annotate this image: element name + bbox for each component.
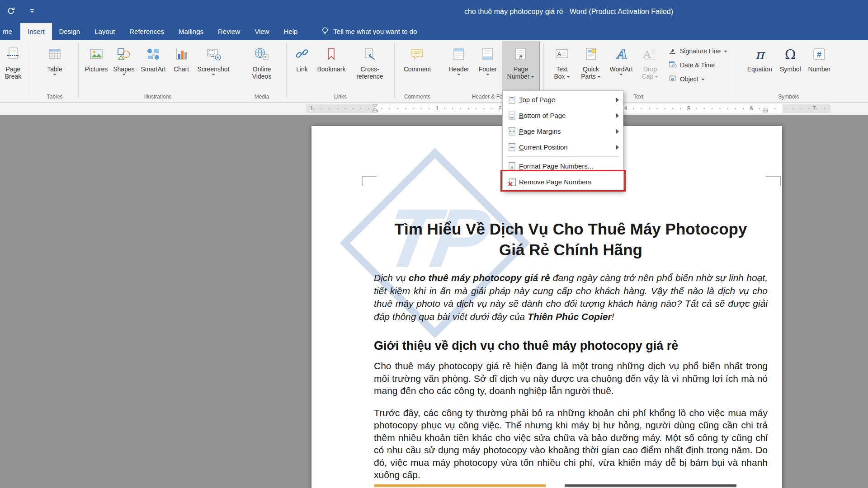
tab-design[interactable]: Design [52,23,88,40]
tab-help[interactable]: Help [276,23,305,40]
chevron-down-icon [457,74,461,75]
symbol-icon: Ω [785,44,796,64]
cross-reference-button[interactable]: Cross- reference [349,42,391,93]
drop-cap-button[interactable]: A Drop Cap [637,42,663,93]
tab-insert[interactable]: Insert [20,23,52,40]
tell-me-label: Tell me what you want to do [333,28,417,35]
menu-item-bottom-of-page[interactable]: Bottom of Page [503,108,623,123]
ribbon-separator [237,43,237,98]
number-label: Number [808,66,830,73]
embedded-image-left-edge[interactable] [374,484,546,488]
menu-item-remove-page-numbers[interactable]: Remove Page Numbers [503,174,623,190]
menu-item-page-margins[interactable]: Page Margins [503,123,623,139]
ribbon-separator [286,43,287,98]
chevron-down-icon [122,74,126,75]
object-label: Object [680,75,698,83]
header-button[interactable]: Header [444,42,474,93]
submenu-arrow-icon [616,129,619,134]
redo-button[interactable] [5,6,17,18]
cross-reference-icon [362,44,377,64]
symbol-label: Symbol [780,66,801,73]
ruler-number: 6 [750,104,753,113]
tab-view[interactable]: View [247,23,276,40]
document-title: Tìm Hiểu Về Dịch Vụ Cho Thuê Máy Photoco… [374,219,768,260]
tab-mailings[interactable]: Mailings [171,23,211,40]
indent-marker[interactable] [372,104,378,115]
page-number-icon: # [513,44,528,64]
wordart-button[interactable]: A WordArt [605,42,637,93]
svg-text:A: A [616,47,627,62]
chevron-down-icon [29,8,35,16]
drop-cap-label: Drop Cap [642,66,659,80]
chevron-down-icon [619,74,623,75]
object-icon [669,75,677,84]
tab-references[interactable]: References [122,23,171,40]
symbol-button[interactable]: Ω Symbol [776,42,805,93]
cross-reference-label: Cross- reference [356,66,383,80]
comment-button[interactable]: Comment [398,42,436,93]
right-indent-marker[interactable] [762,104,769,115]
chart-button[interactable]: Chart [169,42,193,93]
footer-button[interactable]: Footer [474,42,502,93]
tab-layout[interactable]: Layout [87,23,122,40]
pictures-button[interactable]: Pictures [82,42,110,93]
menu-item-format-page-numbers[interactable]: # Format Page Numbers... [503,158,623,174]
bookmark-icon [324,44,339,64]
group-label-tables: Tables [32,93,77,102]
chevron-down-icon [597,76,601,78]
number-button[interactable]: # Number [805,42,834,93]
page-break-button[interactable]: Page Break [0,42,27,93]
page-break-label: Page Break [5,66,22,80]
chevron-down-icon [701,79,705,80]
shapes-button[interactable]: Shapes [110,42,137,93]
tab-review[interactable]: Review [211,23,247,40]
embedded-image-right-edge[interactable] [565,484,736,488]
smartart-button[interactable]: SmartArt [137,42,169,93]
link-icon [294,44,310,64]
group-label-links: Links [288,93,393,102]
text-box-label: Text Box [554,66,570,80]
remove-page-numbers-icon [505,178,519,187]
page-margins-icon [505,127,519,136]
drop-cap-icon: A [642,44,658,64]
chevron-down-icon [655,76,658,78]
text-box-icon: A [554,44,570,64]
table-icon [47,44,62,64]
ruler-number: 1 [436,104,439,113]
wordart-icon: A [612,44,630,64]
bookmark-button[interactable]: Bookmark [314,42,349,93]
chevron-down-icon [531,76,534,78]
date-time-icon [669,61,677,70]
header-label: Header [448,66,469,75]
screenshot-button[interactable]: Screenshot [193,42,233,93]
link-button[interactable]: Link [290,42,314,93]
object-button[interactable]: Object [669,74,727,84]
menu-item-top-of-page[interactable]: Top of Page [503,92,623,108]
current-position-icon [505,143,519,152]
table-button[interactable]: Table [35,42,75,93]
pictures-label: Pictures [85,66,108,73]
ribbon-group-comments: Comment Comments [396,40,439,102]
tell-me-box[interactable]: Tell me what you want to do [321,23,417,40]
group-label-media: Media [238,93,285,102]
customize-quick-access-button[interactable] [26,6,38,18]
wordart-label: WordArt [609,66,632,75]
link-label: Link [296,66,308,73]
ruler-number: 2 [499,104,502,113]
online-videos-label: Online Videos [252,66,272,80]
svg-text:#: # [519,54,522,61]
signature-line-button[interactable]: Signature Line [669,46,727,56]
document-content: Tìm Hiểu Về Dịch Vụ Cho Thuê Máy Photoco… [311,219,782,481]
date-time-button[interactable]: Date & Time [669,60,727,70]
quick-parts-button[interactable]: Quick Parts [576,42,605,93]
submenu-arrow-icon [616,113,619,118]
equation-button[interactable]: π Equation [743,42,776,93]
text-box-button[interactable]: A Text Box [547,42,576,93]
online-videos-button[interactable]: Online Videos [241,42,283,93]
ribbon: Page Break Table [0,40,868,103]
page-number-button[interactable]: # Page Number [502,42,540,93]
menu-item-current-position[interactable]: Current Position [503,139,623,155]
tab-home-partial[interactable]: me [0,23,20,40]
ribbon-group-symbols: π Equation Ω Symbol # Number Symbols [741,40,836,102]
chevron-down-icon [53,74,57,75]
